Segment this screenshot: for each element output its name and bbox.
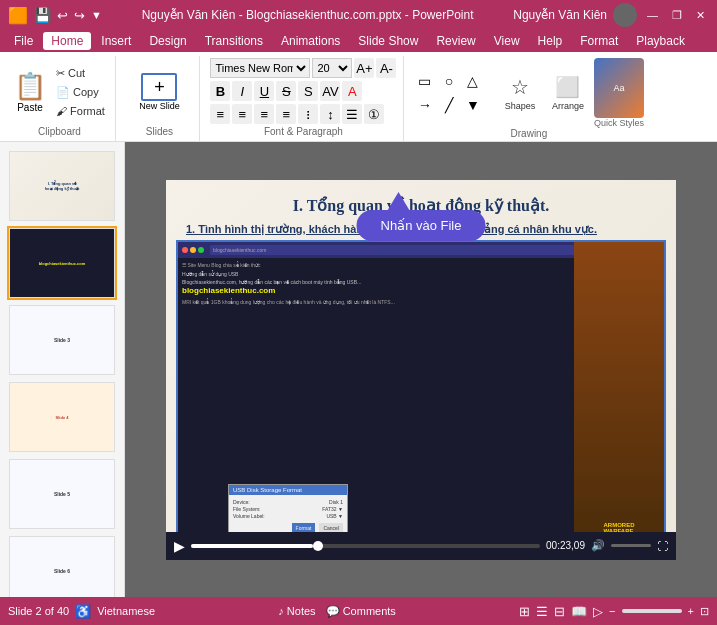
minimize-button[interactable]: —: [643, 9, 662, 21]
new-slide-button[interactable]: + New Slide: [135, 69, 184, 115]
decrease-font-btn[interactable]: A-: [376, 58, 396, 78]
menu-format[interactable]: Format: [572, 32, 626, 50]
undo-icon[interactable]: ↩: [57, 8, 68, 23]
font-size-select[interactable]: 20: [312, 58, 352, 78]
arrange-button[interactable]: ⬜ Arrange: [546, 71, 590, 115]
shape-arrow[interactable]: →: [414, 94, 436, 116]
menu-transitions[interactable]: Transitions: [197, 32, 271, 50]
zoom-out-btn[interactable]: −: [609, 605, 615, 617]
line-spacing-btn[interactable]: ↕: [320, 104, 340, 124]
comments-button[interactable]: 💬 Comments: [326, 605, 396, 618]
menu-help[interactable]: Help: [530, 32, 571, 50]
title-bar-right: Nguyễn Văn Kiên — ❐ ✕: [513, 3, 709, 27]
time-display: 00:23,09: [546, 540, 585, 551]
menu-view[interactable]: View: [486, 32, 528, 50]
menu-home[interactable]: Home: [43, 32, 91, 50]
align-right-btn[interactable]: ≡: [254, 104, 274, 124]
notes-button[interactable]: ♪ Notes: [278, 605, 315, 617]
save-icon[interactable]: 💾: [34, 7, 51, 23]
slide-thumb-3[interactable]: 3 Slide 3: [7, 303, 117, 377]
volume-icon[interactable]: 🔊: [591, 539, 605, 552]
format-painter-button[interactable]: 🖌 Format: [52, 103, 109, 119]
fit-slide-btn[interactable]: ⊡: [700, 605, 709, 618]
drawing-label: Drawing: [511, 128, 548, 141]
status-bar: Slide 2 of 40 ♿ Vietnamese ♪ Notes 💬 Com…: [0, 597, 717, 625]
ribbon: 📋 Paste ✂ Cut 📄 Copy 🖌 Format Clipboard …: [0, 52, 717, 142]
close-button[interactable]: ✕: [692, 9, 709, 22]
volume-track[interactable]: [611, 544, 651, 547]
underline-button[interactable]: U: [254, 81, 274, 101]
slide-panel[interactable]: 1 I. Tổng quan vềhoạt động kỹ thuật 2 bl…: [0, 142, 125, 597]
zoom-slider[interactable]: [622, 609, 682, 613]
redo-icon[interactable]: ↪: [74, 8, 85, 23]
slide-canvas[interactable]: I. Tổng quan về hoạt động kỹ thuật. 1. T…: [166, 180, 676, 560]
title-bar-left: 🟧 💾 ↩ ↪ ▼: [8, 6, 102, 25]
bullets-btn[interactable]: ☰: [342, 104, 362, 124]
color-button[interactable]: A: [342, 81, 362, 101]
quick-styles-button[interactable]: Aa Quick Styles: [594, 58, 644, 128]
align-left-btn[interactable]: ≡: [210, 104, 230, 124]
shape-more[interactable]: ▼: [462, 94, 484, 116]
status-left: Slide 2 of 40 ♿ Vietnamese: [8, 604, 155, 619]
shadow-button[interactable]: S: [298, 81, 318, 101]
language-display[interactable]: Vietnamese: [97, 605, 155, 617]
slides-label: Slides: [146, 126, 173, 139]
shape-rect[interactable]: ▭: [414, 70, 436, 92]
shapes-button[interactable]: ☆ Shapes: [498, 71, 542, 115]
slideshow-btn[interactable]: ▷: [593, 604, 603, 619]
format-row: B I U S S AV A: [210, 81, 396, 101]
slide-thumb-1[interactable]: 1 I. Tổng quan vềhoạt động kỹ thuật: [7, 149, 117, 223]
shape-line[interactable]: ╱: [438, 94, 460, 116]
slide-thumb-2[interactable]: 2 blogchiasekienthuc.com: [7, 226, 117, 300]
paste-button[interactable]: 📋 Paste: [10, 58, 50, 126]
callout-arrow: [387, 192, 411, 212]
menu-playback[interactable]: Playback: [628, 32, 693, 50]
dot-close: [182, 247, 188, 253]
menu-review[interactable]: Review: [428, 32, 483, 50]
customize-icon[interactable]: ▼: [91, 9, 102, 21]
callout-overlay: Nhấn vào File: [357, 210, 486, 241]
bold-button[interactable]: B: [210, 81, 230, 101]
italic-button[interactable]: I: [232, 81, 252, 101]
accessibility-icon[interactable]: ♿: [75, 604, 91, 619]
user-avatar[interactable]: [613, 3, 637, 27]
play-button[interactable]: ▶: [174, 538, 185, 554]
numbering-btn[interactable]: ①: [364, 104, 384, 124]
dialog-row-2: File System:FAT32 ▼: [233, 506, 343, 512]
slide-thumb-5[interactable]: 5 Slide 5: [7, 457, 117, 531]
zoom-in-btn[interactable]: +: [688, 605, 694, 617]
cut-button[interactable]: ✂ Cut: [52, 65, 109, 82]
increase-font-btn[interactable]: A+: [354, 58, 374, 78]
shape-triangle[interactable]: △: [462, 70, 484, 92]
main-area: 1 I. Tổng quan vềhoạt động kỹ thuật 2 bl…: [0, 142, 717, 597]
menu-design[interactable]: Design: [141, 32, 194, 50]
outline-view-btn[interactable]: ☰: [536, 604, 548, 619]
content-area: I. Tổng quan về hoạt động kỹ thuật. 1. T…: [125, 142, 717, 597]
copy-button[interactable]: 📄 Copy: [52, 84, 109, 101]
slide-thumb-4[interactable]: 4 Slide 4: [7, 380, 117, 454]
spacing-button[interactable]: AV: [320, 81, 340, 101]
progress-track[interactable]: [191, 544, 540, 548]
restore-button[interactable]: ❐: [668, 9, 686, 22]
slide-thumb-6[interactable]: 6 Slide 6: [7, 534, 117, 597]
title-bar: 🟧 💾 ↩ ↪ ▼ Nguyễn Văn Kiên - Blogchiaseki…: [0, 0, 717, 30]
user-name: Nguyễn Văn Kiên: [513, 8, 607, 22]
dialog-row-1: Device:Disk 1: [233, 499, 343, 505]
normal-view-btn[interactable]: ⊞: [519, 604, 530, 619]
dialog-title: USB Disk Storage Format: [229, 485, 347, 495]
strikethrough-button[interactable]: S: [276, 81, 296, 101]
shape-oval[interactable]: ○: [438, 70, 460, 92]
align-center-btn[interactable]: ≡: [232, 104, 252, 124]
reading-view-btn[interactable]: 📖: [571, 604, 587, 619]
fullscreen-icon[interactable]: ⛶: [657, 540, 668, 552]
slide-sorter-btn[interactable]: ⊟: [554, 604, 565, 619]
menu-animations[interactable]: Animations: [273, 32, 348, 50]
font-name-select[interactable]: Times New Roman: [210, 58, 310, 78]
status-right: ⊞ ☰ ⊟ 📖 ▷ − + ⊡: [519, 604, 709, 619]
menu-insert[interactable]: Insert: [93, 32, 139, 50]
menu-slideshow[interactable]: Slide Show: [350, 32, 426, 50]
justify-btn[interactable]: ≡: [276, 104, 296, 124]
columns-btn[interactable]: ⫶: [298, 104, 318, 124]
menu-file[interactable]: File: [6, 32, 41, 50]
slide-info: Slide 2 of 40: [8, 605, 69, 617]
